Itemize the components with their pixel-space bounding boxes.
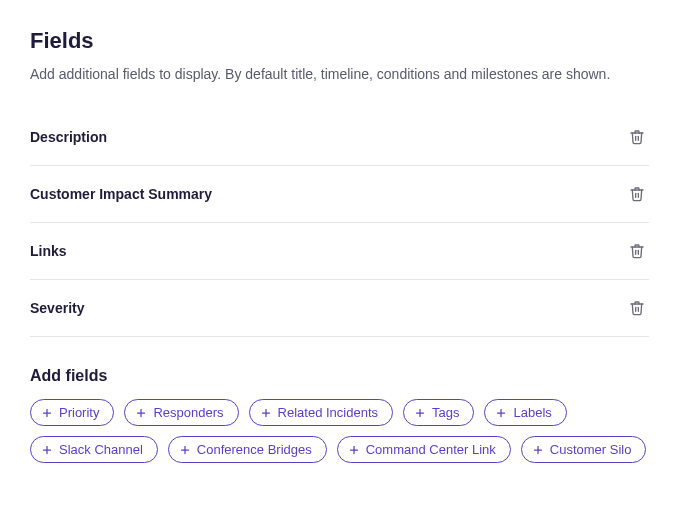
pill-label: Slack Channel	[59, 443, 143, 456]
add-field-customer-silo[interactable]: Customer Silo	[521, 436, 647, 463]
plus-icon	[179, 444, 191, 456]
delete-button[interactable]	[625, 182, 649, 206]
add-fields-options: Priority Responders Related Incidents Ta…	[30, 399, 649, 463]
field-row: Links	[30, 223, 649, 280]
pill-label: Tags	[432, 406, 459, 419]
add-field-slack-channel[interactable]: Slack Channel	[30, 436, 158, 463]
add-field-responders[interactable]: Responders	[124, 399, 238, 426]
plus-icon	[135, 407, 147, 419]
field-label: Description	[30, 129, 107, 145]
add-field-priority[interactable]: Priority	[30, 399, 114, 426]
trash-icon	[629, 129, 645, 145]
trash-icon	[629, 300, 645, 316]
pill-label: Labels	[513, 406, 551, 419]
add-fields-section: Add fields Priority Responders Related I…	[30, 367, 649, 463]
add-field-tags[interactable]: Tags	[403, 399, 474, 426]
trash-icon	[629, 243, 645, 259]
pill-label: Responders	[153, 406, 223, 419]
plus-icon	[41, 407, 53, 419]
pill-label: Priority	[59, 406, 99, 419]
delete-button[interactable]	[625, 239, 649, 263]
pill-label: Conference Bridges	[197, 443, 312, 456]
add-fields-title: Add fields	[30, 367, 649, 385]
delete-button[interactable]	[625, 125, 649, 149]
field-row: Severity	[30, 280, 649, 337]
pill-label: Customer Silo	[550, 443, 632, 456]
field-row: Customer Impact Summary	[30, 166, 649, 223]
plus-icon	[414, 407, 426, 419]
pill-label: Related Incidents	[278, 406, 378, 419]
add-field-related-incidents[interactable]: Related Incidents	[249, 399, 393, 426]
trash-icon	[629, 186, 645, 202]
page-title: Fields	[30, 28, 649, 54]
plus-icon	[532, 444, 544, 456]
plus-icon	[348, 444, 360, 456]
field-label: Links	[30, 243, 67, 259]
add-field-labels[interactable]: Labels	[484, 399, 566, 426]
field-label: Customer Impact Summary	[30, 186, 212, 202]
field-label: Severity	[30, 300, 84, 316]
field-row: Description	[30, 109, 649, 166]
fields-list: Description Customer Impact Summary Link…	[30, 109, 649, 337]
add-field-command-center-link[interactable]: Command Center Link	[337, 436, 511, 463]
add-field-conference-bridges[interactable]: Conference Bridges	[168, 436, 327, 463]
plus-icon	[495, 407, 507, 419]
page-subtitle: Add additional fields to display. By def…	[30, 64, 649, 85]
delete-button[interactable]	[625, 296, 649, 320]
pill-label: Command Center Link	[366, 443, 496, 456]
plus-icon	[260, 407, 272, 419]
plus-icon	[41, 444, 53, 456]
